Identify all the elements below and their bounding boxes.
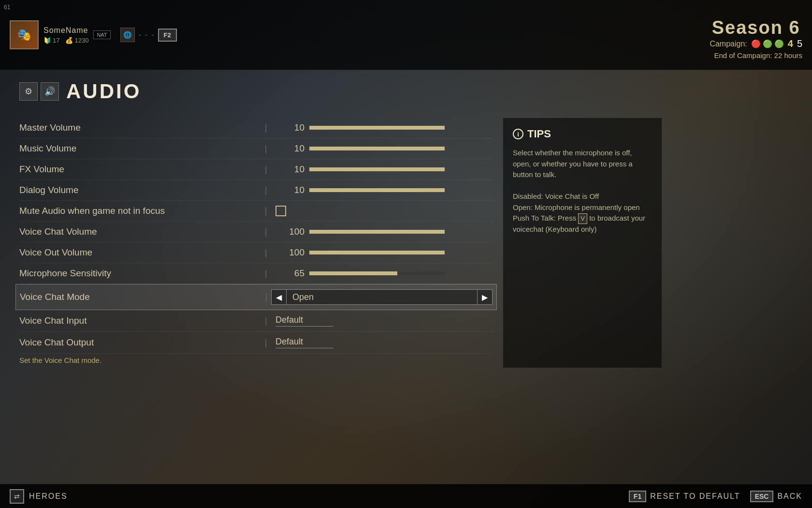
music-volume-label: Music Volume [19,143,261,154]
voice-out-volume-label: Voice Out Volume [19,247,261,258]
back-action[interactable]: ESC BACK [750,491,802,502]
dash-1: - [139,30,141,39]
back-key-badge: ESC [750,491,774,502]
settings-panel: Master Volume | 10 Music Volume | 10 FX … [19,118,493,368]
avatar: 🎭 [10,20,39,49]
mute-audio-label: Mute Audio when game not in focus [19,206,261,216]
dialog-volume-value: 10 [271,185,304,195]
voice-out-volume-fill [309,251,445,254]
fx-volume-slider[interactable] [309,167,445,171]
info-icon: i [513,129,523,139]
fx-volume-fill [309,167,445,171]
voice-chat-input-value[interactable]: Default [276,315,334,327]
sep-4: | [261,206,271,216]
sep-3: | [261,185,271,195]
fx-volume-label: FX Volume [19,164,261,175]
player-details: SomeName 🔰 17 💰 1230 [44,26,88,44]
setting-row-dialog-volume: Dialog Volume | 10 [19,180,493,201]
music-volume-slider[interactable] [309,147,445,150]
setting-row-music-volume: Music Volume | 10 [19,138,493,159]
sep-5: | [261,227,271,237]
dialog-volume-fill [309,188,445,192]
music-volume-value: 10 [271,143,304,154]
currency-icon: 💰 [65,37,73,44]
end-campaign: End of Campaign: 22 hours [710,51,802,60]
settings-icon: ⚙ [19,82,38,101]
camp-icon-2: 🟢 [763,39,772,48]
sep-1: | [261,144,271,154]
setting-row-voice-chat-mode: Voice Chat Mode | ◀ Open ▶ [15,284,497,310]
sep-9: | [261,316,271,326]
f2-button[interactable]: F2 [158,29,177,42]
master-volume-label: Master Volume [19,122,261,133]
mic-sensitivity-fill [309,271,397,275]
heroes-icon-button[interactable]: ⇄ [10,489,24,504]
network-icons: 🌐 - - - F2 [120,28,177,42]
sep-10: | [261,338,271,348]
player-info: 🎭 SomeName 🔰 17 💰 1230 NAT [10,20,111,49]
master-volume-value: 10 [271,122,304,133]
setting-row-voice-out-volume: Voice Out Volume | 100 [19,242,493,263]
footer-left: ⇄ HEROES [10,489,68,504]
reset-key-badge: F1 [629,491,646,502]
master-volume-slider[interactable] [309,126,445,130]
tips-title: i TIPS [513,128,652,140]
tips-panel: i TIPS Select whether the microphone is … [503,118,662,368]
selector-arrow-right[interactable]: ▶ [477,289,493,305]
mute-audio-checkbox[interactable] [276,206,286,216]
main-content: ⚙ 🔊 AUDIO Master Volume | 10 Music Volum… [0,70,812,484]
voice-chat-volume-slider[interactable] [309,230,445,234]
key-v-badge: V [578,213,587,224]
sep-6: | [261,248,271,258]
player-stats: 🔰 17 💰 1230 [44,37,88,44]
dialog-volume-slider[interactable] [309,188,445,192]
master-volume-fill [309,126,445,130]
setting-row-mic-sensitivity: Microphone Sensitivity | 65 [19,263,493,284]
network-icon-1: 🌐 [120,28,135,42]
reset-label: RESET TO DEFAULT [650,492,740,501]
season-title: Season 6 [710,17,802,38]
voice-out-volume-slider[interactable] [309,251,445,254]
header-bar: 🎭 SomeName 🔰 17 💰 1230 NAT 🌐 - - - F2 Se… [0,0,812,70]
mic-sensitivity-value: 65 [271,268,304,279]
footer-right: F1 RESET TO DEFAULT ESC BACK [629,491,802,502]
music-volume-fill [309,147,445,150]
reset-action[interactable]: F1 RESET TO DEFAULT [629,491,740,502]
footer-bar: ⇄ HEROES F1 RESET TO DEFAULT ESC BACK [0,484,812,508]
campaign-label: Campaign: [710,40,747,48]
nat-badge: NAT [93,30,110,39]
campaign-line: Campaign: 🔴 🟢 🟢 4 5 [710,38,802,49]
player-name: SomeName [44,26,88,35]
audio-icon: 🔊 [41,82,59,101]
selector-arrow-left[interactable]: ◀ [271,289,287,305]
mic-sensitivity-slider[interactable] [309,271,445,275]
setting-row-fx-volume: FX Volume | 10 [19,159,493,180]
campaign-number: 4 [788,38,793,49]
voice-chat-output-value[interactable]: Default [276,337,334,348]
camp-icon-1: 🔴 [751,39,761,48]
setting-row-voice-chat-volume: Voice Chat Volume | 100 [19,222,493,242]
dialog-volume-label: Dialog Volume [19,185,261,195]
stat-currency: 💰 1230 [65,37,88,44]
heroes-label[interactable]: HEROES [29,492,68,501]
camp-icon-3: 🟢 [774,39,784,48]
mic-sensitivity-label: Microphone Sensitivity [19,268,261,279]
back-label: BACK [777,492,802,501]
header-right: Season 6 Campaign: 🔴 🟢 🟢 4 5 End of Camp… [710,10,802,60]
sep-7: | [261,269,271,279]
sep-2: | [261,164,271,175]
sep-0: | [261,123,271,133]
fx-volume-value: 10 [271,164,304,175]
frame-counter: 61 [4,4,10,11]
voice-chat-volume-value: 100 [271,226,304,237]
settings-layout: Master Volume | 10 Music Volume | 10 FX … [19,118,793,368]
dash-3: - [151,30,154,39]
dash-2: - [145,30,147,39]
voice-chat-mode-selector[interactable]: ◀ Open ▶ [271,289,493,305]
voice-chat-volume-fill [309,230,445,234]
campaign-extra: 5 [797,38,802,49]
setting-row-master-volume: Master Volume | 10 [19,118,493,138]
voice-chat-output-label: Voice Chat Output [19,337,261,348]
voice-chat-input-label: Voice Chat Input [19,315,261,326]
setting-row-voice-chat-output: Voice Chat Output | Default [19,332,493,354]
